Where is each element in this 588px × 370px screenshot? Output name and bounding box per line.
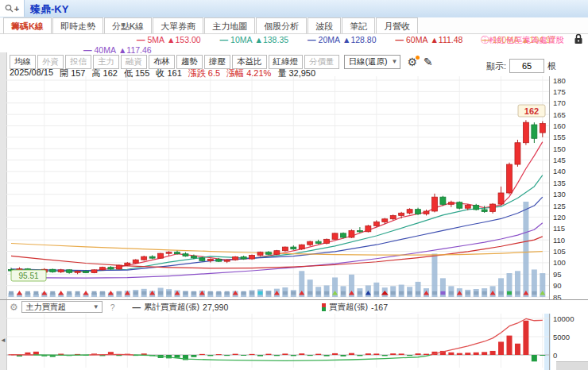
event-marker xyxy=(33,291,38,295)
candle-body xyxy=(207,259,213,260)
y-axis-tick: 5000 xyxy=(553,333,570,341)
event-marker xyxy=(158,291,163,295)
tab-7[interactable]: 筆記 xyxy=(342,17,375,33)
candle-body xyxy=(199,258,205,260)
candle-body xyxy=(366,225,371,231)
toolbar-button-5[interactable]: 布林 xyxy=(149,55,175,69)
candle-body xyxy=(141,256,147,260)
candle-body xyxy=(523,122,528,143)
sub-indicator-select[interactable]: 主力買賣超 ▼ xyxy=(21,301,103,313)
tab-8[interactable]: 月營收 xyxy=(376,17,418,33)
net-bar xyxy=(366,353,371,355)
candle-body xyxy=(515,143,520,164)
event-marker xyxy=(399,291,404,295)
event-marker xyxy=(50,291,55,295)
sub-settings-icon[interactable]: ⚙ xyxy=(10,302,18,313)
lock-icon[interactable] xyxy=(574,33,583,44)
volume-bar xyxy=(431,253,437,297)
event-marker xyxy=(324,291,329,295)
ma-line-glyph: — xyxy=(396,35,404,44)
toolbar-button-1[interactable]: 外資 xyxy=(37,55,64,69)
help-icon[interactable]: ? xyxy=(110,303,115,312)
candle-body xyxy=(166,252,172,254)
pink-zone-note: ⓘ粉紅色區塊為處置股 xyxy=(481,35,564,46)
search-icon xyxy=(5,4,14,13)
net-bar xyxy=(407,355,412,356)
net-bar xyxy=(540,355,545,356)
candle-body xyxy=(91,270,97,273)
candle-body xyxy=(448,202,454,205)
toolbar-button-2[interactable]: 投信 xyxy=(65,55,91,69)
toolbar-button-0[interactable]: 均線 xyxy=(10,55,36,69)
toolbar-button-10[interactable]: 分價量 xyxy=(304,55,339,69)
period-select[interactable]: 日線(還原)▼ xyxy=(344,55,401,69)
display-count-input[interactable] xyxy=(509,59,544,73)
candle-body xyxy=(482,210,487,212)
candle-body xyxy=(282,247,288,251)
toolbar-button-3[interactable]: 主力 xyxy=(93,55,119,69)
y-axis-tick: 150 xyxy=(553,145,566,153)
event-marker xyxy=(283,291,288,295)
tab-3[interactable]: 大單券商 xyxy=(153,17,203,33)
tab-1[interactable]: 即時走勢 xyxy=(52,17,103,33)
ma-legend-20MA: —20MA▲128.80 xyxy=(308,35,376,44)
event-marker xyxy=(291,291,296,295)
display-unit: 根 xyxy=(547,60,556,72)
event-marker xyxy=(391,291,396,295)
candle-body xyxy=(265,252,271,255)
net-bar xyxy=(390,353,396,355)
y-axis-tick: 120 xyxy=(553,213,566,222)
event-marker xyxy=(58,291,64,295)
tab-6[interactable]: 波段 xyxy=(308,17,341,33)
ma-line-glyph: — xyxy=(83,45,92,55)
toolbar-button-8[interactable]: 本益比 xyxy=(232,55,267,69)
net-bar xyxy=(523,321,528,355)
net-bar xyxy=(291,355,296,356)
toolbar-button-4[interactable]: 融資 xyxy=(121,55,147,69)
tab-2[interactable]: 分點K線 xyxy=(104,17,152,33)
net-bar xyxy=(199,354,205,355)
tab-4[interactable]: 主力地圖 xyxy=(204,17,255,33)
net-bar xyxy=(424,354,429,355)
candle-body xyxy=(399,213,404,215)
net-bar xyxy=(448,353,454,355)
toolbar-button-6[interactable]: 趨勢 xyxy=(176,55,203,69)
event-marker xyxy=(133,291,138,295)
ma-value: ▲128.80 xyxy=(342,35,377,44)
cumulative-label: 累計買賣超(張) xyxy=(144,302,199,313)
gear-icon[interactable]: ⚙ xyxy=(407,56,417,67)
y-axis-tick: 110 xyxy=(553,236,565,245)
toolbar-button-7[interactable]: 撐壓 xyxy=(204,55,230,69)
y-axis-tick: 125 xyxy=(553,202,566,210)
event-marker xyxy=(416,291,420,295)
net-bar xyxy=(308,355,313,356)
net-bar xyxy=(507,336,513,355)
tab-5[interactable]: 個股分析 xyxy=(256,17,307,33)
net-bar xyxy=(357,355,362,356)
tab-0[interactable]: 籌碼K線 xyxy=(3,17,52,33)
resize-grip[interactable] xyxy=(556,361,588,370)
ma-line-glyph: — xyxy=(308,35,316,44)
event-marker xyxy=(358,291,362,295)
main-price-chart[interactable]: 8590951001051101151201251301351401451501… xyxy=(0,76,588,300)
event-marker xyxy=(191,291,196,295)
event-marker xyxy=(167,291,172,295)
candle-body xyxy=(540,124,545,133)
sub-volume-chart[interactable]: 0500010000 xyxy=(0,314,588,370)
candle-body xyxy=(373,222,379,225)
candle-body xyxy=(175,252,180,254)
candle-body xyxy=(431,197,437,211)
candle-body xyxy=(490,204,496,211)
event-marker xyxy=(17,291,22,295)
stock-search-box[interactable]: + xyxy=(0,0,25,17)
candle-body xyxy=(324,239,330,243)
event-marker xyxy=(75,291,80,295)
toolbar-button-9[interactable]: 紅綠燈 xyxy=(269,55,304,69)
candle-body xyxy=(257,252,263,256)
candle-body xyxy=(349,230,354,237)
net-bar xyxy=(191,355,196,357)
ma-name: 40MA xyxy=(95,45,116,55)
pencil-icon[interactable]: ✎ xyxy=(424,56,433,68)
net-bar xyxy=(373,353,379,355)
candle-body xyxy=(315,241,321,243)
